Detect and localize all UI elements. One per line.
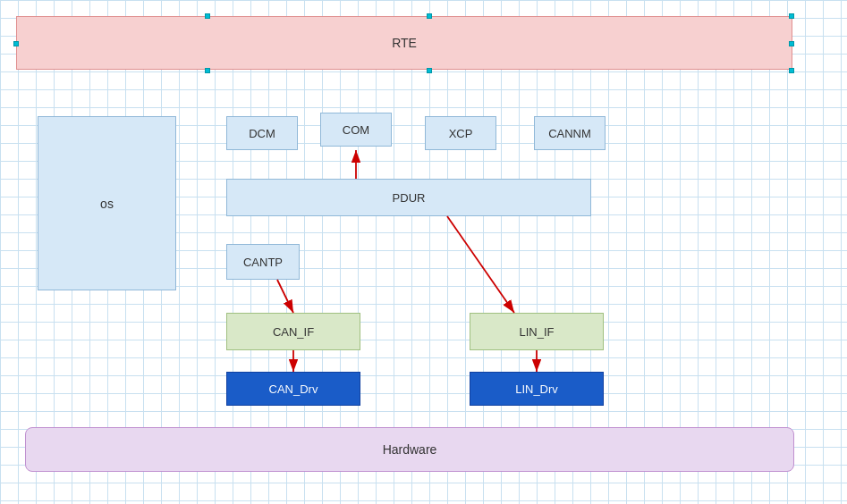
arrow-cantp-can-if xyxy=(277,280,293,313)
dcm-label: DCM xyxy=(249,127,275,140)
can-drv-label: CAN_Drv xyxy=(269,382,318,396)
cantp-box[interactable]: CANTP xyxy=(226,244,300,280)
xcp-box[interactable]: XCP xyxy=(425,116,496,150)
hardware-box[interactable]: Hardware xyxy=(25,427,794,472)
arrow-pdur-lin-if xyxy=(447,216,514,313)
os-box[interactable]: os xyxy=(38,116,176,290)
can-if-label: CAN_IF xyxy=(273,325,314,339)
handle-bot-left xyxy=(205,68,210,73)
dcm-box[interactable]: DCM xyxy=(226,116,298,150)
xcp-label: XCP xyxy=(449,127,473,140)
pdur-label: PDUR xyxy=(393,191,426,205)
handle-top-right xyxy=(789,13,794,19)
handle-mid-left xyxy=(13,41,19,46)
pdur-box[interactable]: PDUR xyxy=(226,179,591,216)
com-box[interactable]: COM xyxy=(320,113,392,147)
com-label: COM xyxy=(343,123,369,137)
handle-bot-center xyxy=(427,68,432,73)
lin-if-box[interactable]: LIN_IF xyxy=(470,313,604,350)
cantp-label: CANTP xyxy=(243,256,283,269)
cannm-box[interactable]: CANNM xyxy=(534,116,606,150)
diagram-container: RTE os DCM COM XCP CANNM PDUR CANTP CAN_… xyxy=(0,0,847,504)
os-label: os xyxy=(100,197,114,211)
can-drv-box[interactable]: CAN_Drv xyxy=(226,372,360,406)
handle-mid-right xyxy=(789,41,794,46)
handle-top-left xyxy=(205,13,210,19)
hardware-label: Hardware xyxy=(383,442,437,457)
lin-drv-box[interactable]: LIN_Drv xyxy=(470,372,604,406)
handle-bot-right xyxy=(789,68,794,73)
rte-box[interactable]: RTE xyxy=(16,16,792,70)
lin-drv-label: LIN_Drv xyxy=(515,382,558,396)
cannm-label: CANNM xyxy=(548,127,591,140)
lin-if-label: LIN_IF xyxy=(519,325,554,339)
handle-top-center xyxy=(427,13,432,19)
can-if-box[interactable]: CAN_IF xyxy=(226,313,360,350)
rte-label: RTE xyxy=(392,36,417,50)
